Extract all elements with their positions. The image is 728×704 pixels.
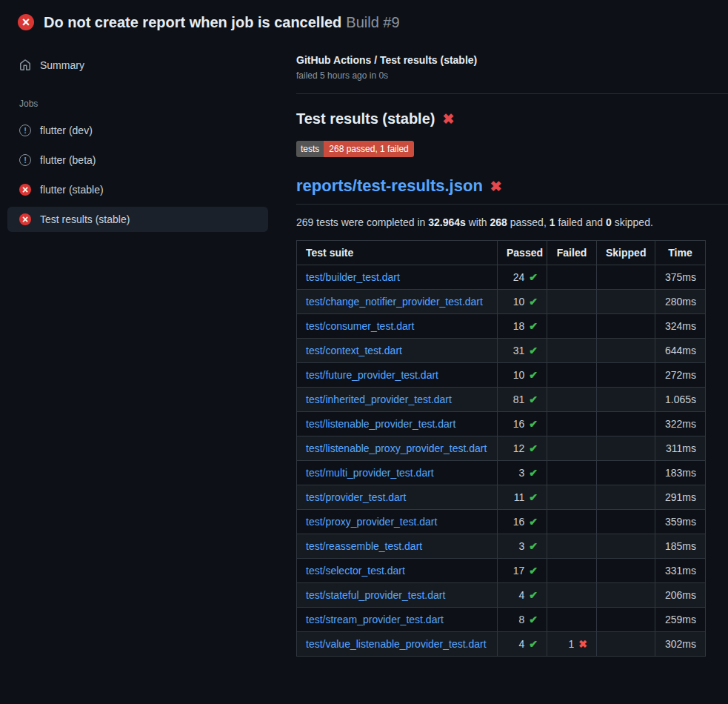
table-row: test/stateful_provider_test.dart 4 206ms xyxy=(297,583,706,608)
table-row: test/listenable_provider_test.dart 16 32… xyxy=(297,412,706,436)
results-table: Test suite Passed Failed Skipped Time te… xyxy=(296,240,706,657)
summary-passed: 268 xyxy=(490,216,507,228)
passed-cell: 10 xyxy=(498,290,547,314)
check-icon xyxy=(524,442,538,454)
time-cell: 272ms xyxy=(655,363,706,388)
table-row: test/selector_test.dart 17 331ms xyxy=(297,559,706,583)
skipped-cell xyxy=(597,632,655,657)
suite-cell: test/selector_test.dart xyxy=(297,559,498,583)
time-cell: 280ms xyxy=(655,290,706,314)
failed-cell xyxy=(547,608,597,632)
passed-cell: 10 xyxy=(498,363,547,388)
page-title: Do not create report when job is cancell… xyxy=(44,13,400,32)
section-title: Test results (stable) xyxy=(296,110,728,127)
time-cell: 1.065s xyxy=(655,388,706,412)
summary-label: Summary xyxy=(40,59,84,71)
failed-cell xyxy=(547,583,597,608)
time-cell: 259ms xyxy=(655,608,706,632)
table-row: test/future_provider_test.dart 10 272ms xyxy=(297,363,706,388)
skipped-cell xyxy=(597,339,655,363)
failed-cell xyxy=(547,485,597,510)
passed-cell: 12 xyxy=(498,436,547,461)
sidebar-item-flutter-stable[interactable]: flutter (stable) xyxy=(7,177,268,202)
suite-link[interactable]: test/stateful_provider_test.dart xyxy=(306,589,445,601)
sidebar-item-test-results-stable[interactable]: Test results (stable) xyxy=(7,207,268,232)
skipped-cell xyxy=(597,314,655,339)
table-row: test/multi_provider_test.dart 3 183ms xyxy=(297,461,706,485)
passed-cell: 3 xyxy=(498,461,547,485)
check-icon xyxy=(524,296,538,308)
suite-link[interactable]: test/proxy_provider_test.dart xyxy=(306,516,437,528)
build-number: Build #9 xyxy=(346,14,399,30)
run-meta: failed 5 hours ago in 0s xyxy=(296,70,728,81)
suite-link[interactable]: test/listenable_proxy_provider_test.dart xyxy=(306,442,487,454)
suite-link[interactable]: test/value_listenable_provider_test.dart xyxy=(306,638,487,650)
suite-link[interactable]: test/selector_test.dart xyxy=(306,565,405,577)
home-icon xyxy=(19,59,31,71)
check-icon xyxy=(524,467,538,479)
passed-cell: 11 xyxy=(498,485,547,510)
sidebar-item-flutter-beta[interactable]: flutter (beta) xyxy=(7,147,268,173)
suite-link[interactable]: test/context_test.dart xyxy=(306,345,402,356)
suite-link[interactable]: test/consumer_test.dart xyxy=(306,320,414,332)
suite-link[interactable]: test/multi_provider_test.dart xyxy=(306,467,434,479)
suite-link[interactable]: test/stream_provider_test.dart xyxy=(306,614,444,625)
summary-duration: 32.964s xyxy=(428,216,466,228)
table-row: test/provider_test.dart 11 291ms xyxy=(297,485,706,510)
suite-link[interactable]: test/builder_test.dart xyxy=(306,271,400,283)
suite-link[interactable]: test/change_notifier_provider_test.dart xyxy=(306,296,483,308)
col-failed: Failed xyxy=(547,241,597,265)
summary-skipped: 0 xyxy=(606,216,612,228)
suite-link[interactable]: test/inherited_provider_test.dart xyxy=(306,393,452,405)
time-cell: 206ms xyxy=(655,583,706,608)
table-row: test/builder_test.dart 24 375ms xyxy=(297,265,706,290)
divider xyxy=(296,93,728,94)
skipped-cell xyxy=(597,265,655,290)
failed-cell xyxy=(547,265,597,290)
time-cell: 644ms xyxy=(655,339,706,363)
passed-cell: 3 xyxy=(498,534,547,559)
suite-link[interactable]: test/future_provider_test.dart xyxy=(306,369,438,381)
time-cell: 359ms xyxy=(655,510,706,534)
check-icon xyxy=(524,638,538,650)
check-icon xyxy=(524,393,538,405)
failed-cell xyxy=(547,412,597,436)
summary-failed: 1 xyxy=(550,216,555,228)
skipped-cell xyxy=(597,608,655,632)
time-cell: 291ms xyxy=(655,485,706,510)
col-test-suite: Test suite xyxy=(297,241,498,265)
failed-cell xyxy=(547,436,597,461)
skipped-cell xyxy=(597,510,655,534)
passed-cell: 16 xyxy=(498,412,547,436)
skipped-cell xyxy=(597,412,655,436)
suite-link[interactable]: test/reassemble_test.dart xyxy=(306,540,422,552)
skipped-cell xyxy=(597,485,655,510)
check-icon xyxy=(524,491,538,503)
skipped-cell xyxy=(597,436,655,461)
failed-cell xyxy=(547,290,597,314)
suite-cell: test/stream_provider_test.dart xyxy=(297,608,498,632)
time-cell: 183ms xyxy=(655,461,706,485)
check-icon xyxy=(524,589,538,601)
suite-cell: test/future_provider_test.dart xyxy=(297,363,498,388)
failed-cell xyxy=(547,339,597,363)
suite-link[interactable]: test/provider_test.dart xyxy=(306,491,406,503)
time-cell: 375ms xyxy=(655,265,706,290)
sidebar-item-summary[interactable]: Summary xyxy=(7,53,268,78)
summary-text: 269 tests were completed in xyxy=(296,216,428,228)
suite-cell: test/change_notifier_provider_test.dart xyxy=(297,290,498,314)
suite-cell: test/inherited_provider_test.dart xyxy=(297,388,498,412)
x-icon xyxy=(442,110,454,127)
x-icon xyxy=(574,638,587,650)
report-link[interactable]: reports/test-results.json xyxy=(296,176,483,196)
table-row: test/change_notifier_provider_test.dart … xyxy=(297,290,706,314)
sidebar-item-flutter-dev[interactable]: flutter (dev) xyxy=(7,118,268,143)
sidebar: Summary Jobs flutter (dev) flutter (beta… xyxy=(0,32,281,236)
cancelled-status-icon xyxy=(19,154,31,166)
skipped-cell xyxy=(597,290,655,314)
failed-cell xyxy=(547,559,597,583)
check-icon xyxy=(524,516,538,528)
suite-link[interactable]: test/listenable_provider_test.dart xyxy=(306,418,455,430)
passed-cell: 24 xyxy=(498,265,547,290)
suite-cell: test/listenable_proxy_provider_test.dart xyxy=(297,436,498,461)
